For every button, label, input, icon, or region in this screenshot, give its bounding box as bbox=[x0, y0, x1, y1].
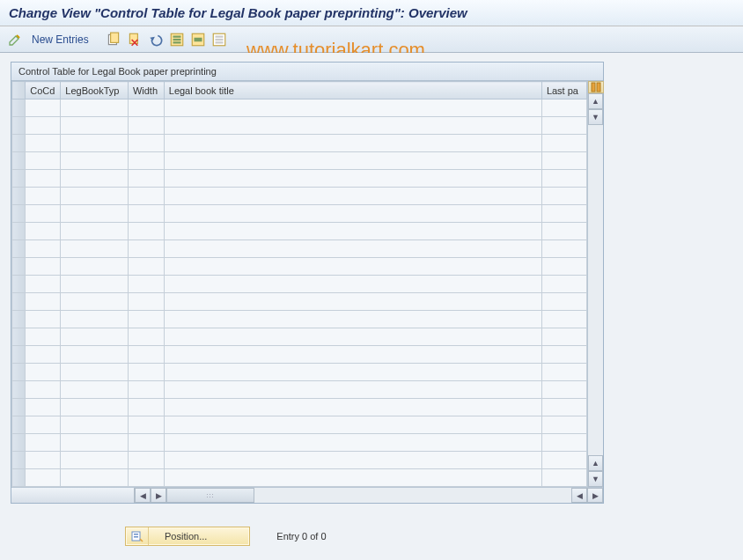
cell[interactable] bbox=[26, 311, 61, 328]
cell[interactable] bbox=[61, 381, 129, 399]
cell[interactable] bbox=[541, 99, 586, 117]
cell[interactable] bbox=[128, 381, 164, 399]
change-icon[interactable] bbox=[7, 32, 23, 48]
row-selector[interactable] bbox=[12, 434, 26, 452]
table-settings-icon[interactable] bbox=[588, 81, 604, 93]
cell[interactable] bbox=[26, 381, 61, 399]
row-selector[interactable] bbox=[12, 223, 26, 240]
cell[interactable] bbox=[26, 152, 61, 170]
cell[interactable] bbox=[541, 240, 586, 258]
cell[interactable] bbox=[26, 469, 61, 487]
cell[interactable] bbox=[541, 293, 586, 311]
cell[interactable] bbox=[128, 364, 164, 381]
cell[interactable] bbox=[26, 276, 61, 293]
scroll-thumb-horizontal[interactable]: ::: bbox=[166, 488, 254, 503]
cell[interactable] bbox=[164, 399, 541, 416]
cell[interactable] bbox=[61, 258, 129, 276]
cell[interactable] bbox=[26, 170, 61, 188]
cell[interactable] bbox=[26, 328, 61, 346]
cell[interactable] bbox=[26, 223, 61, 240]
cell[interactable] bbox=[541, 469, 586, 487]
cell[interactable] bbox=[26, 258, 61, 276]
cell[interactable] bbox=[128, 452, 164, 469]
cell[interactable] bbox=[164, 170, 541, 188]
cell[interactable] bbox=[164, 311, 541, 328]
new-entries-button[interactable]: New Entries bbox=[26, 33, 94, 46]
cell[interactable] bbox=[164, 276, 541, 293]
cell[interactable] bbox=[61, 293, 129, 311]
cell[interactable] bbox=[164, 135, 541, 152]
cell[interactable] bbox=[541, 205, 586, 223]
cell[interactable] bbox=[164, 152, 541, 170]
cell[interactable] bbox=[61, 416, 129, 434]
row-selector[interactable] bbox=[12, 293, 26, 311]
cell[interactable] bbox=[164, 364, 541, 381]
row-selector[interactable] bbox=[12, 99, 26, 117]
cell[interactable] bbox=[541, 346, 586, 364]
row-selector[interactable] bbox=[12, 364, 26, 381]
cell[interactable] bbox=[128, 346, 164, 364]
cell[interactable] bbox=[61, 364, 129, 381]
cell[interactable] bbox=[61, 346, 129, 364]
cell[interactable] bbox=[164, 452, 541, 469]
row-selector[interactable] bbox=[12, 469, 26, 487]
scroll-track-horizontal[interactable] bbox=[254, 488, 571, 503]
cell[interactable] bbox=[61, 311, 129, 328]
cell[interactable] bbox=[61, 205, 129, 223]
cell[interactable] bbox=[541, 223, 586, 240]
cell[interactable] bbox=[26, 240, 61, 258]
cell[interactable] bbox=[541, 135, 586, 152]
scroll-right-step-icon[interactable]: ▶ bbox=[151, 488, 166, 503]
row-selector[interactable] bbox=[12, 170, 26, 188]
cell[interactable] bbox=[164, 223, 541, 240]
cell[interactable] bbox=[541, 117, 586, 135]
cell[interactable] bbox=[128, 434, 164, 452]
cell[interactable] bbox=[61, 469, 129, 487]
scroll-track-vertical[interactable] bbox=[588, 125, 603, 455]
cell[interactable] bbox=[164, 188, 541, 205]
column-header-last-page[interactable]: Last pa bbox=[541, 82, 586, 99]
cell[interactable] bbox=[128, 469, 164, 487]
cell[interactable] bbox=[541, 416, 586, 434]
cell[interactable] bbox=[541, 311, 586, 328]
vertical-scrollbar[interactable]: ▲ ▼ ▲ ▼ bbox=[587, 81, 603, 487]
cell[interactable] bbox=[128, 188, 164, 205]
cell[interactable] bbox=[128, 205, 164, 223]
cell[interactable] bbox=[164, 416, 541, 434]
cell[interactable] bbox=[26, 364, 61, 381]
cell[interactable] bbox=[164, 240, 541, 258]
row-selector[interactable] bbox=[12, 416, 26, 434]
undo-icon[interactable] bbox=[147, 31, 165, 48]
cell[interactable] bbox=[164, 258, 541, 276]
cell[interactable] bbox=[26, 346, 61, 364]
cell[interactable] bbox=[541, 364, 586, 381]
cell[interactable] bbox=[164, 346, 541, 364]
column-header-cocd[interactable]: CoCd bbox=[26, 82, 61, 99]
cell[interactable] bbox=[128, 117, 164, 135]
row-selector[interactable] bbox=[12, 276, 26, 293]
scroll-down-icon[interactable]: ▼ bbox=[588, 471, 603, 487]
cell[interactable] bbox=[128, 152, 164, 170]
cell[interactable] bbox=[541, 399, 586, 416]
cell[interactable] bbox=[541, 170, 586, 188]
select-all-icon[interactable] bbox=[168, 31, 186, 48]
cell[interactable] bbox=[26, 188, 61, 205]
cell[interactable] bbox=[128, 99, 164, 117]
cell[interactable] bbox=[164, 328, 541, 346]
cell[interactable] bbox=[26, 399, 61, 416]
row-selector[interactable] bbox=[12, 258, 26, 276]
row-selector[interactable] bbox=[12, 399, 26, 416]
row-selector[interactable] bbox=[12, 152, 26, 170]
cell[interactable] bbox=[541, 188, 586, 205]
cell[interactable] bbox=[164, 381, 541, 399]
cell[interactable] bbox=[61, 328, 129, 346]
row-selector[interactable] bbox=[12, 346, 26, 364]
cell[interactable] bbox=[541, 381, 586, 399]
copy-icon[interactable] bbox=[105, 31, 122, 48]
cell[interactable] bbox=[26, 452, 61, 469]
cell[interactable] bbox=[26, 416, 61, 434]
cell[interactable] bbox=[164, 99, 541, 117]
cell[interactable] bbox=[26, 99, 61, 117]
cell[interactable] bbox=[61, 240, 129, 258]
cell[interactable] bbox=[61, 399, 129, 416]
